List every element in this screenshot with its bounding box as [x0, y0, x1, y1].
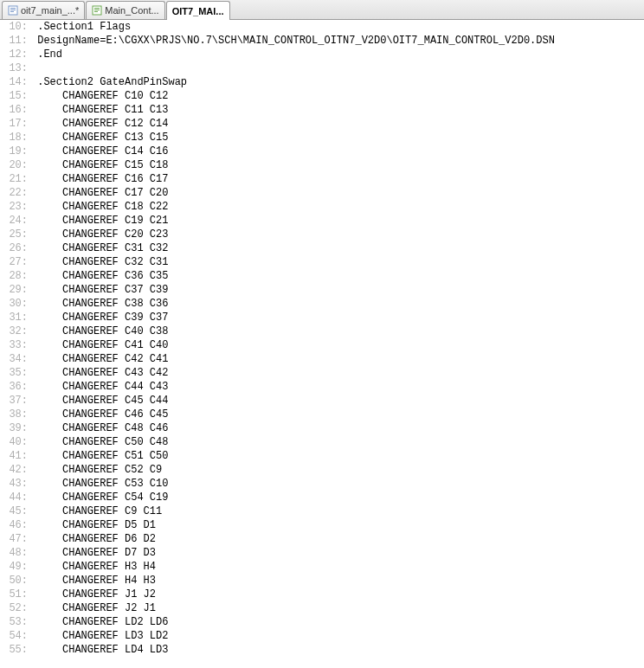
line-number: 34:: [0, 352, 31, 366]
line-number: 38:: [0, 408, 31, 421]
code-line[interactable]: 54: CHANGEREF LD3 LD2: [0, 629, 644, 643]
code-line[interactable]: 19: CHANGEREF C14 C16: [0, 145, 644, 158]
line-text: .Section2 GateAndPinSwap: [31, 75, 644, 89]
line-number: 26:: [0, 241, 31, 255]
line-text: CHANGEREF C17 C20: [31, 186, 644, 200]
line-text: CHANGEREF C15 C18: [31, 158, 644, 172]
code-line[interactable]: 53: CHANGEREF LD2 LD6: [0, 615, 644, 629]
line-text: CHANGEREF C14 C16: [31, 145, 644, 158]
line-number: 17:: [0, 117, 31, 131]
line-number: 13:: [0, 61, 31, 75]
line-text: CHANGEREF C37 C39: [31, 283, 644, 297]
code-line[interactable]: 10: .Section1 Flags: [0, 20, 644, 34]
line-text: CHANGEREF C13 C15: [31, 131, 644, 145]
doc-icon-b: [92, 5, 102, 16]
code-line[interactable]: 37: CHANGEREF C45 C44: [0, 394, 644, 408]
code-line[interactable]: 41: CHANGEREF C51 C50: [0, 449, 644, 463]
code-line[interactable]: 20: CHANGEREF C15 C18: [0, 158, 644, 172]
code-line[interactable]: 44: CHANGEREF C54 C19: [0, 491, 644, 504]
svg-rect-7: [94, 11, 98, 12]
code-line[interactable]: 31: CHANGEREF C39 C37: [0, 311, 644, 324]
line-number: 16:: [0, 103, 31, 117]
line-text: CHANGEREF C52 C9: [31, 463, 644, 477]
code-line[interactable]: 15: CHANGEREF C10 C12: [0, 89, 644, 103]
line-number: 51:: [0, 588, 31, 601]
code-line[interactable]: 11: DesignName=E:\CGXX\PRJS\NO.7\SCH\MAI…: [0, 34, 644, 48]
line-number: 52:: [0, 601, 31, 615]
code-line[interactable]: 35: CHANGEREF C43 C42: [0, 366, 644, 380]
code-line[interactable]: 27: CHANGEREF C32 C31: [0, 255, 644, 269]
line-text: CHANGEREF J1 J2: [31, 588, 644, 601]
line-text: .Section1 Flags: [31, 20, 644, 34]
tab-bar: oit7_main_...*Main_Cont...OIT7_MAI...: [0, 0, 644, 20]
code-line[interactable]: 40: CHANGEREF C50 C48: [0, 435, 644, 449]
line-text: CHANGEREF H3 H4: [31, 560, 644, 574]
line-text: CHANGEREF C10 C12: [31, 89, 644, 103]
code-line[interactable]: 45: CHANGEREF C9 C11: [0, 504, 644, 518]
line-number: 25:: [0, 228, 31, 241]
code-line[interactable]: 22: CHANGEREF C17 C20: [0, 186, 644, 200]
code-line[interactable]: 32: CHANGEREF C40 C38: [0, 324, 644, 338]
line-text: CHANGEREF C42 C41: [31, 352, 644, 366]
line-text: CHANGEREF D7 D3: [31, 546, 644, 560]
code-line[interactable]: 38: CHANGEREF C46 C45: [0, 408, 644, 421]
line-number: 23:: [0, 200, 31, 214]
code-editor[interactable]: 10: .Section1 Flags11: DesignName=E:\CGX…: [0, 20, 644, 668]
line-number: 50:: [0, 574, 31, 588]
line-text: CHANGEREF C11 C13: [31, 103, 644, 117]
code-line[interactable]: 23: CHANGEREF C18 C22: [0, 200, 644, 214]
line-number: 18:: [0, 131, 31, 145]
line-number: 35:: [0, 366, 31, 380]
code-line[interactable]: 55: CHANGEREF LD4 LD3: [0, 643, 644, 657]
code-line[interactable]: 12: .End: [0, 48, 644, 61]
code-line[interactable]: 49: CHANGEREF H3 H4: [0, 560, 644, 574]
line-number: 46:: [0, 518, 31, 532]
code-line[interactable]: 42: CHANGEREF C52 C9: [0, 463, 644, 477]
code-line[interactable]: 34: CHANGEREF C42 C41: [0, 352, 644, 366]
code-line[interactable]: 18: CHANGEREF C13 C15: [0, 131, 644, 145]
code-line[interactable]: 52: CHANGEREF J2 J1: [0, 601, 644, 615]
line-text: CHANGEREF C12 C14: [31, 117, 644, 131]
code-line[interactable]: 13:: [0, 61, 644, 75]
line-number: 54:: [0, 629, 31, 643]
code-line[interactable]: 39: CHANGEREF C48 C46: [0, 421, 644, 435]
line-number: 28:: [0, 269, 31, 283]
code-line[interactable]: 47: CHANGEREF D6 D2: [0, 532, 644, 546]
tab-1[interactable]: Main_Cont...: [86, 1, 164, 19]
doc-icon-a: [8, 5, 18, 16]
line-number: 10:: [0, 20, 31, 34]
svg-rect-3: [10, 11, 14, 12]
line-number: 19:: [0, 145, 31, 158]
code-line[interactable]: 17: CHANGEREF C12 C14: [0, 117, 644, 131]
tab-2[interactable]: OIT7_MAI...: [166, 1, 230, 20]
code-line[interactable]: 16: CHANGEREF C11 C13: [0, 103, 644, 117]
line-number: 37:: [0, 394, 31, 408]
code-line[interactable]: 29: CHANGEREF C37 C39: [0, 283, 644, 297]
line-text: CHANGEREF C18 C22: [31, 200, 644, 214]
svg-rect-6: [94, 10, 100, 10]
code-line[interactable]: 33: CHANGEREF C41 C40: [0, 338, 644, 352]
svg-rect-1: [10, 8, 16, 9]
code-line[interactable]: 28: CHANGEREF C36 C35: [0, 269, 644, 283]
tab-0[interactable]: oit7_main_...*: [2, 1, 85, 19]
code-line[interactable]: 21: CHANGEREF C16 C17: [0, 172, 644, 186]
line-text: CHANGEREF C43 C42: [31, 366, 644, 380]
code-line[interactable]: 26: CHANGEREF C31 C32: [0, 241, 644, 255]
code-line[interactable]: 51: CHANGEREF J1 J2: [0, 588, 644, 601]
code-line[interactable]: 36: CHANGEREF C44 C43: [0, 380, 644, 394]
code-line[interactable]: 46: CHANGEREF D5 D1: [0, 518, 644, 532]
code-line[interactable]: 30: CHANGEREF C38 C36: [0, 297, 644, 311]
line-number: 32:: [0, 324, 31, 338]
line-text: CHANGEREF C19 C21: [31, 214, 644, 228]
code-line[interactable]: 24: CHANGEREF C19 C21: [0, 214, 644, 228]
code-line[interactable]: 50: CHANGEREF H4 H3: [0, 574, 644, 588]
code-line[interactable]: 14: .Section2 GateAndPinSwap: [0, 75, 644, 89]
line-text: CHANGEREF C48 C46: [31, 421, 644, 435]
line-text: CHANGEREF D5 D1: [31, 518, 644, 532]
line-number: 27:: [0, 255, 31, 269]
code-line[interactable]: 43: CHANGEREF C53 C10: [0, 477, 644, 491]
code-line[interactable]: 25: CHANGEREF C20 C23: [0, 228, 644, 241]
svg-rect-2: [10, 10, 16, 10]
code-line[interactable]: 48: CHANGEREF D7 D3: [0, 546, 644, 560]
line-text: CHANGEREF C46 C45: [31, 408, 644, 421]
